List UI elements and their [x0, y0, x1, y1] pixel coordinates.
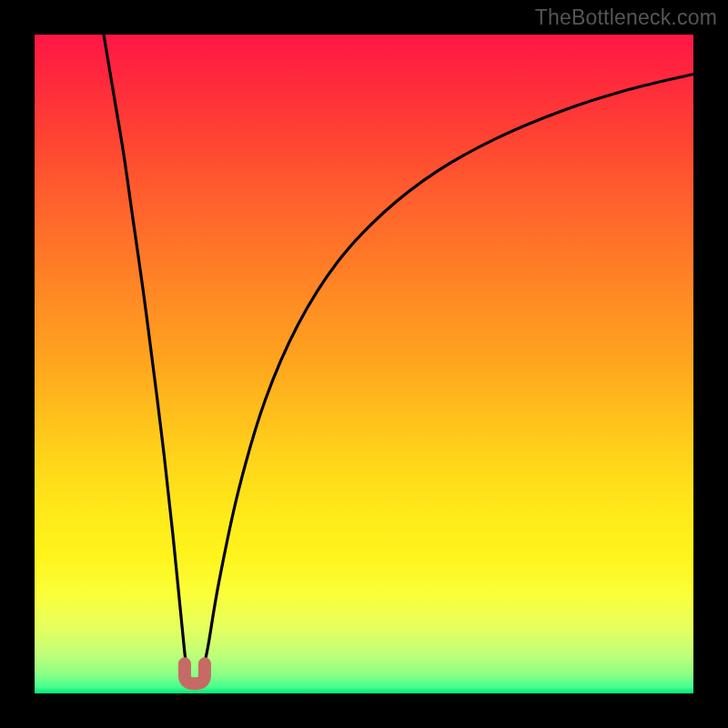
- curve-left-branch: [104, 35, 187, 672]
- watermark-text: TheBottleneck.com: [535, 5, 717, 30]
- curve-layer: [35, 35, 693, 693]
- chart-frame: TheBottleneck.com: [0, 0, 728, 728]
- plot-area: [35, 35, 693, 693]
- minimum-marker: [185, 663, 205, 683]
- curve-right-branch: [203, 74, 693, 670]
